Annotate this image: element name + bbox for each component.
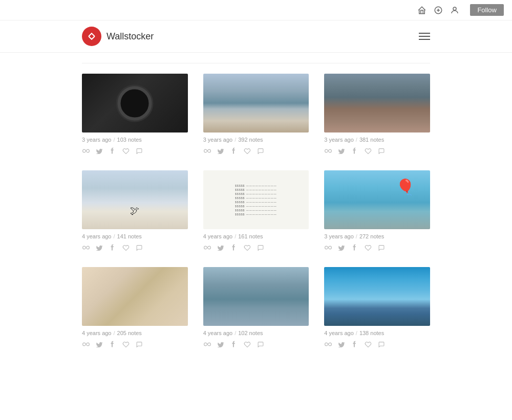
gallery-actions xyxy=(324,340,430,348)
infinity-icon[interactable] xyxy=(324,340,332,348)
facebook-icon[interactable] xyxy=(351,147,359,155)
heart-icon[interactable] xyxy=(243,340,251,348)
twitter-icon[interactable] xyxy=(217,244,225,252)
twitter-icon[interactable] xyxy=(95,244,103,252)
gallery-image[interactable] xyxy=(203,74,309,132)
gallery-age: 4 years ago xyxy=(324,330,353,336)
user-icon[interactable] xyxy=(450,5,460,15)
infinity-icon[interactable] xyxy=(203,244,211,252)
facebook-icon[interactable] xyxy=(230,244,238,252)
gallery-age: 3 years ago xyxy=(324,137,353,143)
heart-icon[interactable] xyxy=(122,340,130,348)
twitter-icon[interactable] xyxy=(217,340,225,348)
gallery-meta: 3 years ago/272 notes xyxy=(324,233,430,239)
gallery-section: 3 years ago/103 notes3 years ago/392 not… xyxy=(0,53,512,359)
comment-icon[interactable] xyxy=(377,244,386,252)
gallery-item: 3 years ago/103 notes xyxy=(82,74,188,155)
facebook-icon[interactable] xyxy=(109,147,117,155)
gallery-separator: / xyxy=(356,233,357,239)
facebook-icon[interactable] xyxy=(230,147,238,155)
gallery-age: 4 years ago xyxy=(82,330,111,336)
gallery-item: 3 years ago/392 notes xyxy=(203,74,309,155)
gallery-item: 🎈3 years ago/272 notes xyxy=(324,170,430,252)
gallery-separator: / xyxy=(234,233,236,239)
infinity-icon[interactable] xyxy=(82,244,90,252)
twitter-icon[interactable] xyxy=(337,147,346,155)
gallery-notes: 103 notes xyxy=(117,137,142,143)
infinity-icon[interactable] xyxy=(82,340,90,348)
gallery-image[interactable] xyxy=(82,74,188,132)
infinity-icon[interactable] xyxy=(203,340,211,348)
gallery-actions xyxy=(82,147,188,155)
add-icon[interactable] xyxy=(433,5,443,15)
comment-icon[interactable] xyxy=(377,340,386,348)
facebook-icon[interactable] xyxy=(109,244,117,252)
gallery-image[interactable]: $$$$$ ——————————$$$$$ ——————————$$$$$ ——… xyxy=(203,170,309,229)
hamburger-menu[interactable] xyxy=(419,33,430,40)
gallery-item: 3 years ago/381 notes xyxy=(324,74,430,155)
top-bar-icons: Follow xyxy=(417,4,504,16)
twitter-icon[interactable] xyxy=(337,244,346,252)
follow-button[interactable]: Follow xyxy=(470,4,504,16)
heart-icon[interactable] xyxy=(243,147,251,155)
infinity-icon[interactable] xyxy=(82,147,90,155)
gallery-image[interactable] xyxy=(203,267,309,326)
gallery-meta: 4 years ago/141 notes xyxy=(82,233,188,239)
comment-icon[interactable] xyxy=(377,147,386,155)
gallery-separator: / xyxy=(113,137,115,143)
gallery-age: 3 years ago xyxy=(324,233,353,239)
gallery-separator: / xyxy=(234,330,236,336)
gallery-image[interactable] xyxy=(324,74,430,132)
gallery-separator: / xyxy=(356,137,357,143)
twitter-icon[interactable] xyxy=(217,147,225,155)
gallery-actions xyxy=(82,244,188,252)
logo-icon xyxy=(82,27,101,46)
gallery-notes: 141 notes xyxy=(117,233,142,239)
twitter-icon[interactable] xyxy=(337,340,346,348)
comment-icon[interactable] xyxy=(135,244,143,252)
heart-icon[interactable] xyxy=(122,244,130,252)
infinity-icon[interactable] xyxy=(324,244,332,252)
gallery-actions xyxy=(203,147,309,155)
gallery-image[interactable] xyxy=(324,267,430,326)
comment-icon[interactable] xyxy=(257,244,265,252)
gallery-age: 4 years ago xyxy=(203,330,232,336)
facebook-icon[interactable] xyxy=(351,340,359,348)
heart-icon[interactable] xyxy=(364,147,372,155)
gallery-separator: / xyxy=(356,330,357,336)
gallery-notes: 272 notes xyxy=(359,233,384,239)
comment-icon[interactable] xyxy=(257,147,265,155)
infinity-icon[interactable] xyxy=(203,147,211,155)
gallery-actions xyxy=(203,340,309,348)
gallery-actions xyxy=(82,340,188,348)
infinity-icon[interactable] xyxy=(324,147,332,155)
top-bar: Follow xyxy=(0,0,512,20)
gallery-item: 🕊4 years ago/141 notes xyxy=(82,170,188,252)
gallery-image[interactable]: 🕊 xyxy=(82,170,188,229)
home-icon[interactable] xyxy=(417,5,427,15)
heart-icon[interactable] xyxy=(243,244,251,252)
gallery-notes: 205 notes xyxy=(117,330,142,336)
gallery-image[interactable]: 🎈 xyxy=(324,170,430,229)
heart-icon[interactable] xyxy=(364,244,372,252)
facebook-icon[interactable] xyxy=(351,244,359,252)
comment-icon[interactable] xyxy=(257,340,265,348)
gallery-age: 3 years ago xyxy=(203,137,232,143)
hamburger-line-1 xyxy=(419,33,430,34)
gallery-meta: 4 years ago/161 notes xyxy=(203,233,309,239)
twitter-icon[interactable] xyxy=(95,147,103,155)
twitter-icon[interactable] xyxy=(95,340,103,348)
gallery-actions xyxy=(324,244,430,252)
gallery-divider xyxy=(82,63,430,63)
gallery-image[interactable] xyxy=(82,267,188,326)
heart-icon[interactable] xyxy=(364,340,372,348)
facebook-icon[interactable] xyxy=(109,340,117,348)
hamburger-line-3 xyxy=(419,39,430,40)
gallery-age: 4 years ago xyxy=(203,233,232,239)
comment-icon[interactable] xyxy=(135,147,143,155)
gallery-separator: / xyxy=(234,137,236,143)
gallery-notes: 392 notes xyxy=(238,137,263,143)
facebook-icon[interactable] xyxy=(230,340,238,348)
comment-icon[interactable] xyxy=(135,340,143,348)
heart-icon[interactable] xyxy=(122,147,130,155)
